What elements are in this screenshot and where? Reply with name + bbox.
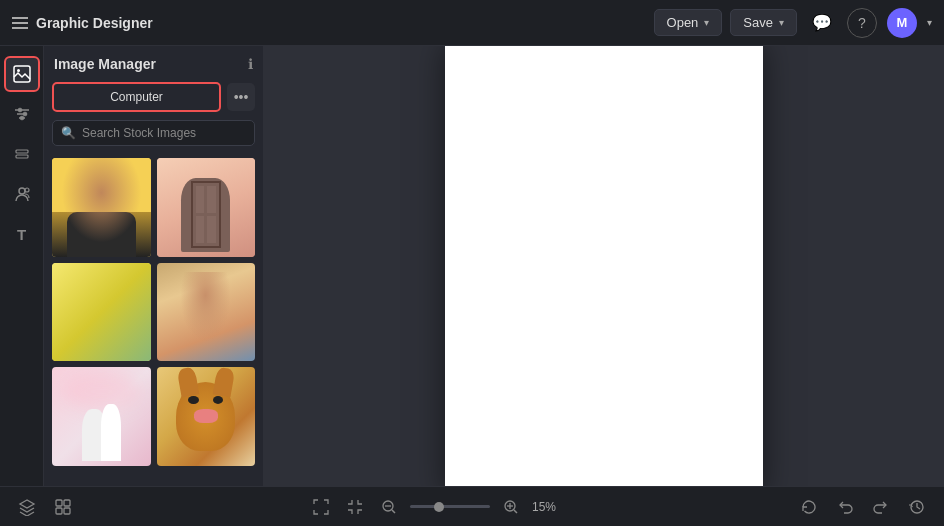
image-manager-panel: Image Manager ℹ Computer ••• 🔍 Search St… [44,46,264,486]
canvas-area [264,46,944,486]
bottombar: 15% [0,486,944,526]
zoom-out-icon[interactable] [376,494,402,520]
avatar[interactable]: M [887,8,917,38]
panel-title: Image Manager [54,56,156,72]
zoom-thumb[interactable] [434,502,444,512]
image-thumb-1[interactable] [52,158,151,257]
image-thumb-3[interactable] [52,263,151,362]
hamburger-menu-icon[interactable] [12,17,28,29]
zoom-slider[interactable] [410,505,490,508]
grid-bottom-icon[interactable] [50,494,76,520]
redo-icon[interactable] [868,494,894,520]
sidebar-item-layers[interactable] [4,136,40,172]
sidebar-item-text[interactable]: T [4,216,40,252]
history-icon[interactable] [904,494,930,520]
sidebar-item-filters[interactable] [4,96,40,132]
tab-more-button[interactable]: ••• [227,83,255,111]
canvas-page [445,46,763,486]
svg-point-5 [18,108,22,112]
svg-point-6 [23,112,27,116]
topbar-left: Graphic Designer [12,15,644,31]
tab-computer[interactable]: Computer [52,82,221,112]
bottom-left-tools [14,494,76,520]
image-thumb-5[interactable] [52,367,151,466]
svg-rect-15 [64,508,70,514]
sidebar-item-people[interactable] [4,176,40,212]
zoom-value: 15% [532,500,564,514]
topbar-center: Open ▾ Save ▾ [654,9,797,36]
sidebar-item-images[interactable] [4,56,40,92]
bottom-right-tools [796,494,930,520]
main-area: T Image Manager ℹ Computer ••• 🔍 Search … [0,46,944,486]
info-icon[interactable]: ℹ [248,56,253,72]
svg-rect-13 [64,500,70,506]
undo-icon[interactable] [832,494,858,520]
svg-rect-8 [16,150,28,153]
topbar-right: 💬 ? M ▾ [807,8,932,38]
search-icon: 🔍 [61,126,76,140]
save-button[interactable]: Save ▾ [730,9,797,36]
svg-point-10 [19,188,25,194]
image-thumb-2[interactable] [157,158,256,257]
shrink-icon[interactable] [342,494,368,520]
image-thumb-6[interactable] [157,367,256,466]
svg-line-18 [392,510,395,513]
open-button[interactable]: Open ▾ [654,9,723,36]
avatar-chevron-icon[interactable]: ▾ [927,17,932,28]
svg-rect-14 [56,508,62,514]
topbar: Graphic Designer Open ▾ Save ▾ 💬 ? M ▾ [0,0,944,46]
icon-nav: T [0,46,44,486]
zoom-in-icon[interactable] [498,494,524,520]
fit-screen-icon[interactable] [308,494,334,520]
panel-tabs: Computer ••• [52,82,255,112]
reset-icon[interactable] [796,494,822,520]
search-placeholder-text: Search Stock Images [82,126,196,140]
chat-icon[interactable]: 💬 [807,8,837,38]
save-chevron-icon: ▾ [779,17,784,28]
panel-header: Image Manager ℹ [52,56,255,72]
image-grid [52,158,255,466]
search-bar[interactable]: 🔍 Search Stock Images [52,120,255,146]
svg-point-7 [20,116,24,120]
svg-rect-9 [16,155,28,158]
image-thumb-4[interactable] [157,263,256,362]
svg-point-1 [17,69,20,72]
bottom-center-tools: 15% [308,494,564,520]
svg-line-22 [514,510,517,513]
open-chevron-icon: ▾ [704,17,709,28]
svg-rect-12 [56,500,62,506]
app-title: Graphic Designer [36,15,153,31]
help-icon[interactable]: ? [847,8,877,38]
layers-bottom-icon[interactable] [14,494,40,520]
